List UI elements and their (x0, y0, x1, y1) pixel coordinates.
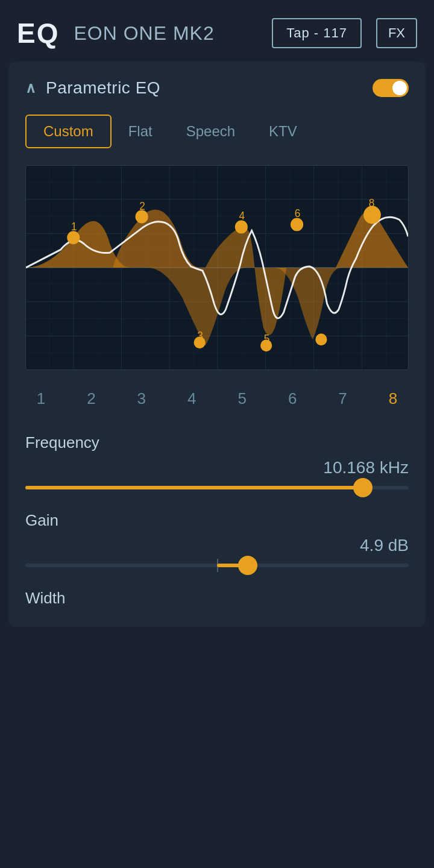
gain-slider[interactable] (25, 564, 409, 567)
svg-text:1: 1 (71, 221, 77, 233)
band-6[interactable]: 6 (280, 389, 304, 408)
frequency-section: Frequency 10.168 kHz (25, 433, 409, 489)
eq-graph[interactable]: 1 2 3 4 5 6 8 (25, 165, 409, 370)
gain-value: 4.9 dB (25, 536, 409, 555)
collapse-icon[interactable]: ∧ (25, 80, 36, 96)
device-name: EON ONE MK2 (74, 22, 257, 45)
gain-thumb[interactable] (238, 556, 257, 575)
tab-flat[interactable]: Flat (112, 115, 169, 148)
svg-point-27 (68, 231, 79, 244)
eq-label: EQ (17, 17, 59, 49)
svg-text:2: 2 (139, 200, 145, 212)
svg-text:8: 8 (369, 197, 375, 209)
peq-title: Parametric EQ (46, 78, 373, 98)
svg-text:6: 6 (295, 207, 301, 219)
tab-ktv[interactable]: KTV (252, 115, 314, 148)
svg-text:3: 3 (197, 330, 203, 342)
tab-custom[interactable]: Custom (25, 115, 112, 148)
width-label: Width (25, 589, 409, 608)
frequency-thumb[interactable] (353, 478, 373, 497)
band-8[interactable]: 8 (381, 389, 405, 408)
frequency-value: 10.168 kHz (25, 458, 409, 477)
svg-point-37 (291, 218, 303, 230)
preset-tabs: Custom Flat Speech KTV (25, 115, 409, 148)
svg-text:4: 4 (239, 210, 245, 222)
frequency-label: Frequency (25, 433, 409, 452)
band-3[interactable]: 3 (130, 389, 154, 408)
band-4[interactable]: 4 (180, 389, 204, 408)
frequency-fill (25, 486, 363, 489)
gain-label: Gain (25, 511, 409, 530)
peq-header: ∧ Parametric EQ (25, 78, 409, 98)
fx-button[interactable]: FX (376, 18, 417, 48)
top-bar: EQ EON ONE MK2 Tap - 117 FX (0, 0, 434, 61)
band-5[interactable]: 5 (230, 389, 254, 408)
band-2[interactable]: 2 (79, 389, 103, 408)
svg-point-33 (236, 221, 247, 233)
peq-toggle[interactable] (373, 79, 409, 97)
tab-speech[interactable]: Speech (169, 115, 252, 148)
gain-section: Gain 4.9 dB (25, 511, 409, 567)
svg-point-39 (316, 334, 326, 345)
tap-button[interactable]: Tap - 117 (272, 18, 362, 48)
svg-point-40 (364, 207, 380, 224)
svg-point-29 (136, 211, 148, 223)
band-1[interactable]: 1 (29, 389, 53, 408)
frequency-slider[interactable] (25, 486, 409, 489)
main-panel: ∧ Parametric EQ Custom Flat Speech KTV (8, 61, 426, 627)
band-numbers: 1 2 3 4 5 6 7 8 (25, 382, 409, 415)
svg-text:5: 5 (264, 333, 270, 345)
band-7[interactable]: 7 (331, 389, 355, 408)
